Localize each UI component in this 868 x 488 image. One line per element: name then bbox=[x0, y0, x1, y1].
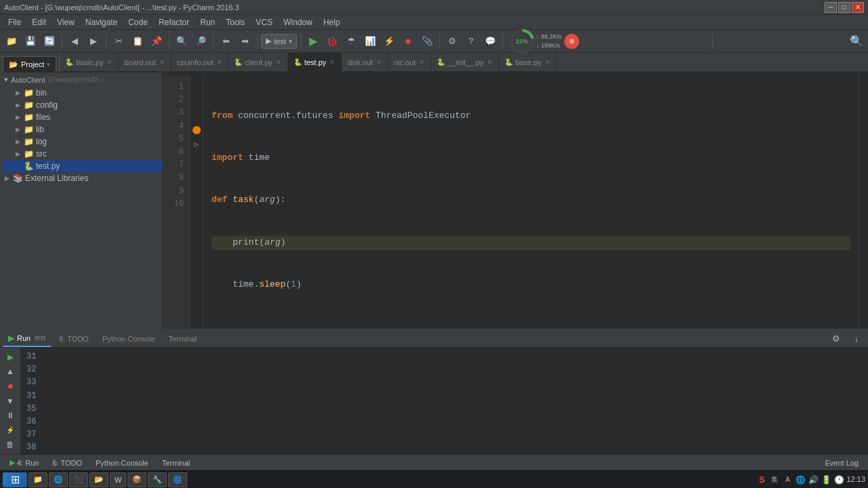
sidebar-item-config[interactable]: ▶ 📁 config bbox=[3, 99, 162, 111]
maximize-button[interactable]: □ bbox=[838, 2, 850, 13]
tab-base-py[interactable]: 🐍 base.py × bbox=[499, 53, 557, 71]
status-run-btn[interactable]: ▶ 4: Run bbox=[5, 457, 43, 469]
sidebar-item-bin[interactable]: ▶ 📁 bin bbox=[3, 87, 162, 99]
tab-close[interactable]: × bbox=[329, 58, 336, 66]
tab-test-py[interactable]: 🐍 test.py × bbox=[288, 53, 342, 71]
menu-view[interactable]: View bbox=[52, 16, 80, 28]
status-event-log-btn[interactable]: Event Log bbox=[821, 457, 863, 469]
tray-icon-vol[interactable]: 🔊 bbox=[808, 474, 818, 485]
close-button[interactable]: ✕ bbox=[852, 2, 864, 13]
toolbar-nav-prev[interactable]: ⬅ bbox=[217, 33, 235, 50]
run-scroll-down-btn[interactable]: ▼ bbox=[3, 394, 18, 408]
project-tab[interactable]: 📂 Project ▾ bbox=[3, 56, 56, 72]
toolbar-nav-next[interactable]: ➡ bbox=[236, 33, 254, 50]
bottom-tab-todo[interactable]: 6: TODO bbox=[54, 330, 94, 347]
sidebar-item-files[interactable]: ▶ 📁 files bbox=[3, 111, 162, 123]
taskbar-browser[interactable]: 🌐 bbox=[49, 472, 68, 487]
network-icon[interactable]: ⊕ bbox=[564, 34, 579, 49]
toolbar-replace-btn[interactable]: 🔎 bbox=[192, 33, 210, 50]
run-button[interactable]: ▶ bbox=[304, 33, 322, 50]
toolbar-project-btn[interactable]: 📁 bbox=[3, 33, 20, 50]
menu-code[interactable]: Code bbox=[123, 16, 153, 28]
bottom-tab-run[interactable]: ▶ Run test bbox=[3, 330, 51, 347]
taskbar-word[interactable]: W bbox=[110, 472, 126, 487]
toolbar-search-all[interactable]: 🔍 bbox=[848, 33, 865, 50]
menu-navigate[interactable]: Navigate bbox=[80, 16, 123, 28]
menu-refactor[interactable]: Refactor bbox=[153, 16, 195, 28]
toolbar-save-btn[interactable]: 💾 bbox=[22, 33, 39, 50]
toolbar-cut-btn[interactable]: ✂ bbox=[110, 33, 127, 50]
sidebar-item-src[interactable]: ▶ 📁 src bbox=[3, 148, 162, 160]
sidebar-item-lib[interactable]: ▶ 📁 lib bbox=[3, 123, 162, 136]
run-clear-btn[interactable]: 🗑 bbox=[3, 438, 18, 451]
menu-file[interactable]: File bbox=[3, 16, 26, 28]
sidebar-item-log[interactable]: ▶ 📁 log bbox=[3, 136, 162, 148]
sidebar-item-test-py[interactable]: 🐍 test.py bbox=[3, 160, 162, 172]
taskbar-folder[interactable]: 📂 bbox=[90, 472, 108, 487]
attach-button[interactable]: 📎 bbox=[418, 33, 436, 50]
bottom-tab-terminal[interactable]: Terminal bbox=[163, 330, 203, 347]
tab-close[interactable]: × bbox=[376, 58, 382, 66]
toolbar-back-btn[interactable]: ◀ bbox=[66, 33, 83, 50]
minimize-button[interactable]: ─ bbox=[825, 2, 837, 13]
stop-button[interactable]: ■ bbox=[399, 33, 417, 50]
tab-close[interactable]: × bbox=[216, 58, 223, 66]
taskbar-app2[interactable]: 🔧 bbox=[148, 472, 167, 487]
toolbar-copy-btn[interactable]: 📋 bbox=[129, 33, 146, 50]
run-pause-btn[interactable]: ⏸ bbox=[3, 409, 18, 422]
tab-close[interactable]: × bbox=[545, 58, 551, 66]
tray-icon-lang[interactable]: 英 bbox=[769, 474, 780, 485]
menu-vcs[interactable]: VCS bbox=[250, 16, 278, 28]
tab-init-py[interactable]: 🐍 __init__.py × bbox=[431, 53, 499, 71]
run-config-selector[interactable]: ▶ test ▾ bbox=[261, 34, 297, 49]
bottom-settings-btn[interactable]: ⚙ bbox=[827, 330, 845, 348]
menu-tools[interactable]: Tools bbox=[220, 16, 250, 28]
tab-close[interactable]: × bbox=[159, 58, 165, 66]
taskbar-app3[interactable]: 🌀 bbox=[168, 472, 187, 487]
run-stop-btn[interactable]: ■ bbox=[3, 380, 18, 393]
tray-icon-net[interactable]: 🌐 bbox=[795, 474, 806, 485]
tab-basic-py[interactable]: 🐍 basic.py × bbox=[60, 53, 119, 71]
coverage-button[interactable]: ☂ bbox=[342, 33, 360, 50]
toolbar-forward-btn[interactable]: ▶ bbox=[85, 33, 102, 50]
toolbar-paste-btn[interactable]: 📌 bbox=[148, 33, 165, 50]
menu-run[interactable]: Run bbox=[195, 16, 220, 28]
tray-icon-input[interactable]: A bbox=[782, 474, 793, 485]
bottom-tab-python-console[interactable]: Python Console bbox=[97, 330, 161, 347]
taskbar-terminal2[interactable]: ⬛ bbox=[69, 472, 88, 487]
run-play-btn[interactable]: ▶ bbox=[3, 350, 18, 364]
taskbar-start-button[interactable]: ⊞ bbox=[3, 472, 27, 487]
tab-disk-out[interactable]: disk.out × bbox=[342, 53, 389, 71]
sidebar-item-external[interactable]: ▶ 📚 External Libraries bbox=[0, 172, 162, 184]
status-todo-btn[interactable]: 6: TODO bbox=[48, 457, 86, 469]
feedback-button[interactable]: 💬 bbox=[481, 33, 499, 50]
code-container[interactable]: 1 2 3 4 5 6 7 8 9 10 bbox=[163, 75, 859, 329]
menu-edit[interactable]: Edit bbox=[26, 16, 52, 28]
settings-button[interactable]: ⚙ bbox=[443, 33, 461, 50]
tab-board-out[interactable]: board.out × bbox=[119, 53, 171, 71]
help-button[interactable]: ? bbox=[462, 33, 480, 50]
tab-close[interactable]: × bbox=[275, 58, 282, 66]
status-terminal-btn[interactable]: Terminal bbox=[158, 457, 195, 469]
tab-close[interactable]: × bbox=[486, 58, 493, 66]
performance-ring[interactable]: 21% bbox=[509, 28, 535, 54]
profile-button[interactable]: 📊 bbox=[361, 33, 379, 50]
menu-help[interactable]: Help bbox=[318, 16, 346, 28]
taskbar-file-manager[interactable]: 📁 bbox=[28, 472, 47, 487]
status-python-console-btn[interactable]: Python Console bbox=[92, 457, 153, 469]
concurrency-button[interactable]: ⚡ bbox=[380, 33, 398, 50]
tab-close[interactable]: × bbox=[418, 58, 425, 66]
code-content[interactable]: from concurrent.futures import ThreadPoo… bbox=[203, 75, 859, 329]
tab-nic-out[interactable]: nic.out × bbox=[389, 53, 431, 71]
toolbar-search-btn[interactable]: 🔍 bbox=[173, 33, 191, 50]
debug-button[interactable]: 🐞 bbox=[323, 33, 341, 50]
tab-client-py[interactable]: 🐍 client.py × bbox=[229, 53, 288, 71]
tray-icon-bat[interactable]: 🔋 bbox=[821, 474, 831, 485]
run-scroll-up-btn[interactable]: ▲ bbox=[3, 365, 18, 379]
run-steps-btn[interactable]: ⚡ bbox=[3, 424, 18, 437]
taskbar-app1[interactable]: 📦 bbox=[127, 472, 146, 487]
tab-close[interactable]: × bbox=[106, 58, 113, 66]
tray-icon-s[interactable]: S bbox=[756, 474, 767, 485]
tab-cpuinfo-out[interactable]: cpuinfo.out × bbox=[172, 53, 229, 71]
toolbar-sync-btn[interactable]: 🔄 bbox=[41, 33, 58, 50]
